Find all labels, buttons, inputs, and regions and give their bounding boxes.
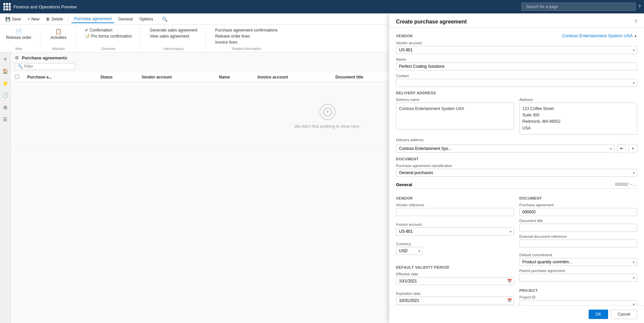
ribbon-release-order[interactable]: 📄 Release order <box>4 28 33 41</box>
delivery-name-row: Delivery name Contoso Entertainment Syst… <box>396 98 637 134</box>
invoice-account-select-wrapper: US-801 <box>396 227 514 235</box>
ribbon-activities[interactable]: 📋 Activities <box>48 28 68 41</box>
ok-button[interactable]: OK <box>589 310 608 319</box>
contact-row: Contact <box>396 74 637 87</box>
project-id-select[interactable] <box>519 300 638 305</box>
ribbon-generate-sales[interactable]: Generate sales agreement <box>148 28 199 33</box>
col-name[interactable]: Name <box>215 72 254 82</box>
project-id-field: Project ID <box>519 295 638 305</box>
sidebar-icon-favorites[interactable]: ⭐ <box>1 79 9 87</box>
col-invoice-account[interactable]: Invoice account <box>253 72 331 82</box>
vendor-account-field: Vendor account US-801 <box>396 41 637 54</box>
expiration-date-calendar-icon[interactable]: 📅 <box>507 298 512 303</box>
delivery-address-select-row: Delivery address Contoso Entertainment S… <box>396 138 637 153</box>
ribbon-pa-confirmations[interactable]: Purchase agreement confirmations <box>214 28 279 33</box>
vendor-name-value[interactable]: Contoso Entertainment System USA <box>562 33 633 38</box>
cancel-button[interactable]: Cancel <box>611 310 637 319</box>
sidebar-icon-modules[interactable]: ☰ <box>1 115 9 123</box>
purchase-agreement-num-input[interactable] <box>519 208 638 216</box>
parent-purchase-field: Parent purchase agreement <box>519 269 638 282</box>
currency-field: Currency USD <box>396 242 514 259</box>
filter-input-wrapper[interactable]: 🔍 <box>15 63 75 70</box>
ribbon-group-related: Purchase agreement confirmations Release… <box>214 26 286 51</box>
ribbon-confirmation[interactable]: ✔ Confirmation <box>84 28 133 33</box>
delivery-name-label: Delivery name <box>396 98 514 102</box>
ribbon-group-maintain: 📋 Activities Maintain <box>48 26 75 51</box>
global-search-input[interactable] <box>522 3 636 11</box>
vendor-chevron-icon[interactable]: ▲ <box>634 34 637 38</box>
ribbon-group-generate-title: Generate <box>84 47 133 51</box>
ribbon-group-intercompany-title: Intercompany <box>148 47 199 51</box>
new-button[interactable]: + New <box>25 15 42 23</box>
expiration-date-label: Expiration date <box>396 291 514 295</box>
col-purchase-agreement[interactable]: Purchase a... ↑ <box>23 72 96 82</box>
document-title-input[interactable] <box>519 224 638 232</box>
list-title: Purchase agreements <box>22 55 67 60</box>
external-doc-label: External document reference <box>519 234 638 238</box>
ribbon-release-order-lines[interactable]: Release order lines <box>214 34 279 39</box>
classification-select[interactable]: General purchases <box>396 169 637 177</box>
invoice-account-field: Invoice account US-801 <box>396 222 514 239</box>
delivery-name-box: Contoso Entertainment System USA <box>396 103 514 129</box>
delivery-address-label: Delivery address <box>396 138 637 142</box>
ribbon-view-sales[interactable]: View sales agreement <box>148 34 199 39</box>
vendor-account-select[interactable]: US-801 <box>396 46 637 54</box>
save-button[interactable]: 💾 Save <box>3 15 23 23</box>
currency-select[interactable]: USD <box>396 247 423 255</box>
expiration-date-wrapper: 📅 <box>396 297 514 305</box>
help-icon[interactable]: ? <box>638 4 641 9</box>
sidebar-icon-workspaces[interactable]: ⊞ <box>1 103 9 111</box>
ribbon-invoice-lines[interactable]: Invoice lines <box>214 40 279 45</box>
save-icon: 💾 <box>5 17 10 21</box>
effective-date-input[interactable] <box>396 277 514 285</box>
default-commitment-select[interactable]: Product quantity commitm... <box>519 258 638 266</box>
ribbon-proforma[interactable]: 📝 Pro forma confirmation <box>84 34 133 39</box>
vendor-name-input[interactable] <box>396 62 637 70</box>
default-commitment-label: Default commitment <box>519 253 638 257</box>
vendor-name-row: Name <box>396 57 637 70</box>
tab-purchase-agreement[interactable]: Purchase agreement <box>71 15 114 23</box>
tab-options[interactable]: Options <box>137 15 156 23</box>
app-grid-icon[interactable] <box>3 3 11 10</box>
panel-header: Create purchase agreement ? <box>389 13 644 28</box>
delete-button[interactable]: 🗑 Delete <box>43 15 66 23</box>
vendor-section-header: Vendor Contoso Entertainment System USA … <box>396 33 637 38</box>
select-all-checkbox[interactable] <box>15 74 19 79</box>
purchase-agreement-num-field: Purchase agreement <box>519 203 638 216</box>
contact-field: Contact <box>396 74 637 87</box>
general-vendor-col: VENDOR Vendor reference Invoice account … <box>396 192 514 305</box>
delivery-address-select[interactable]: Contoso Entertainment Sys... <box>396 145 614 153</box>
external-doc-input[interactable] <box>519 239 638 248</box>
invoice-account-label: Invoice account <box>396 222 514 226</box>
new-icon: + <box>28 17 30 21</box>
effective-date-wrapper: 📅 <box>396 277 514 285</box>
top-bar: Finance and Operations Preview ? <box>0 0 644 13</box>
ribbon-group-generate: ✔ Confirmation 📝 Pro forma confirmation … <box>84 26 140 51</box>
sidebar-icon-menu[interactable]: ≡ <box>1 55 9 63</box>
col-vendor-account[interactable]: Vendor account <box>138 72 215 82</box>
effective-date-calendar-icon[interactable]: 📅 <box>507 279 512 283</box>
command-search-icon[interactable]: 🔍 <box>162 16 167 22</box>
general-action-more[interactable]: ... <box>634 182 637 187</box>
filter-icon[interactable]: ⚙ <box>15 55 19 60</box>
sidebar-icon-recent[interactable]: 🕐 <box>1 91 9 99</box>
parent-purchase-select-wrapper <box>519 274 638 282</box>
vendor-reference-input[interactable] <box>396 208 514 216</box>
general-action-dash: -- <box>630 182 633 187</box>
tab-general[interactable]: General <box>115 15 135 23</box>
col-status[interactable]: Status <box>96 72 138 82</box>
sidebar-icon-home[interactable]: 🏠 <box>1 67 9 75</box>
classification-select-wrapper: General purchases <box>396 169 637 177</box>
expiration-date-field: Expiration date 📅 <box>396 291 514 305</box>
panel-help-icon[interactable]: ? <box>635 19 637 24</box>
parent-purchase-select[interactable] <box>519 274 638 282</box>
invoice-account-select[interactable]: US-801 <box>396 227 514 235</box>
left-sidebar: ≡ 🏠 ⭐ 🕐 ⊞ ☰ <box>0 52 11 323</box>
expiration-date-input[interactable] <box>396 297 514 305</box>
delivery-address-edit-icon[interactable]: ✏ <box>617 144 626 153</box>
contact-select[interactable] <box>396 79 637 87</box>
confirmation-icon: ✔ <box>85 28 88 33</box>
filter-input[interactable] <box>24 64 72 69</box>
vendor-account-select-wrapper: US-801 <box>396 46 637 54</box>
delivery-address-add-icon[interactable]: + <box>629 144 637 153</box>
